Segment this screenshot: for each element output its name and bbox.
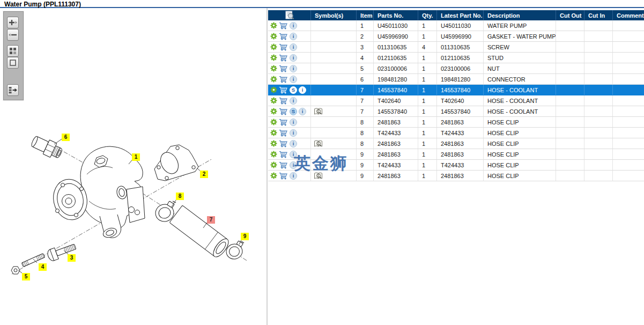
diagram-item-label[interactable]: 4 <box>39 263 47 271</box>
diagram-item-label[interactable]: 7 <box>207 216 215 224</box>
table-row[interactable]: i 8 2481863 1 2481863 HOSE CLIP <box>268 138 644 149</box>
gear-icon[interactable] <box>270 86 277 93</box>
info-icon[interactable]: i <box>290 97 297 105</box>
substitute-badge[interactable]: S <box>290 86 297 94</box>
cart-icon[interactable] <box>279 86 288 94</box>
cart-icon[interactable] <box>279 76 288 83</box>
cell-comment <box>613 63 644 73</box>
cell-latest-part-no: U45996990 <box>437 31 484 41</box>
cart-icon[interactable] <box>279 97 288 105</box>
row-action-icons: i <box>268 160 311 170</box>
cell-latest-part-no: 023100006 <box>437 63 484 73</box>
diagram-item-label[interactable]: 6 <box>62 134 70 141</box>
table-row[interactable]: i 1 U45011030 1 U45011030 WATER PUMP <box>268 20 644 31</box>
cell-cut-in <box>584 171 613 181</box>
cart-icon[interactable] <box>279 22 288 29</box>
info-icon[interactable]: i <box>290 129 297 137</box>
table-row[interactable]: i 6 198481280 1 198481280 CONNECTOR <box>268 74 644 85</box>
cell-description: NUT <box>484 63 556 73</box>
gear-icon[interactable] <box>270 140 277 147</box>
info-icon[interactable]: i <box>290 172 297 180</box>
symbol-preview-icon[interactable] <box>314 140 323 147</box>
table-row[interactable]: i 8 2481863 1 2481863 HOSE CLIP <box>268 117 644 128</box>
cart-icon[interactable] <box>279 172 288 180</box>
table-row[interactable]: S i 7 145537840 1 145537840 HOSE - COOLA… <box>268 106 644 117</box>
toggle-panel-button[interactable] <box>7 84 19 96</box>
symbol-preview-icon[interactable] <box>314 108 323 115</box>
cart-icon[interactable] <box>279 161 288 169</box>
diagram-pane: 123456789 <box>0 8 267 325</box>
diagram-item-label[interactable]: 1 <box>132 153 140 161</box>
header-preview-column[interactable] <box>268 10 311 20</box>
info-icon[interactable]: i <box>290 140 297 147</box>
diagram-item-label[interactable]: 3 <box>68 254 76 262</box>
gear-icon[interactable] <box>270 119 277 125</box>
table-row[interactable]: i 3 011310635 4 011310635 SCREW <box>268 42 644 53</box>
cell-cut-out <box>556 95 584 106</box>
table-row[interactable]: i 5 023100006 1 023100006 NUT <box>268 63 644 74</box>
table-row[interactable]: i 8 T424433 1 T424433 HOSE CLIP <box>268 128 644 138</box>
pane-divider[interactable] <box>267 8 268 325</box>
info-icon[interactable]: i <box>290 43 297 51</box>
toggle-panel-icon <box>8 86 18 94</box>
info-icon[interactable]: i <box>290 54 297 62</box>
info-icon[interactable]: i <box>290 151 297 158</box>
info-icon[interactable]: i <box>290 65 297 72</box>
cart-icon[interactable] <box>279 119 288 126</box>
table-row[interactable]: i 9 2481863 1 2481863 HOSE CLIP <box>268 149 644 160</box>
info-icon[interactable]: i <box>290 33 297 40</box>
table-row[interactable]: i 4 012110635 1 012110635 STUD <box>268 53 644 63</box>
gear-icon[interactable] <box>270 172 277 179</box>
cart-icon[interactable] <box>279 140 288 147</box>
gear-icon[interactable] <box>270 54 277 61</box>
gear-icon[interactable] <box>270 129 277 136</box>
cart-icon[interactable] <box>279 33 288 40</box>
diagram-item-label[interactable]: 9 <box>241 233 249 240</box>
gear-icon[interactable] <box>270 43 277 50</box>
info-icon[interactable]: i <box>299 108 306 115</box>
info-icon[interactable]: i <box>290 22 297 29</box>
gear-icon[interactable] <box>270 151 277 158</box>
cart-icon[interactable] <box>279 151 288 158</box>
row-action-icons: S i <box>268 85 311 95</box>
cell-cut-out <box>556 85 584 95</box>
diagram-item-label[interactable]: 8 <box>176 193 184 200</box>
info-icon[interactable]: i <box>290 76 297 83</box>
fit-all-button[interactable] <box>7 45 19 57</box>
info-icon[interactable]: i <box>290 161 297 169</box>
zoom-in-button[interactable] <box>7 17 19 28</box>
info-icon[interactable]: i <box>299 86 306 94</box>
gear-icon[interactable] <box>270 108 277 115</box>
table-row[interactable]: i 7 T402640 1 T402640 HOSE - COOLANT <box>268 95 644 106</box>
diagram-part-6-connector[interactable] <box>29 134 64 161</box>
gear-icon[interactable] <box>270 22 277 29</box>
gear-icon[interactable] <box>270 33 277 40</box>
substitute-badge[interactable]: S <box>290 108 297 115</box>
diagram-item-label[interactable]: 2 <box>200 171 208 178</box>
table-row[interactable]: i 2 U45996990 1 U45996990 GASKET - WATER… <box>268 31 644 42</box>
diagram-part-2-gasket[interactable] <box>154 145 198 181</box>
zoom-out-button[interactable] <box>7 29 19 41</box>
cart-icon[interactable] <box>279 65 288 72</box>
symbol-preview-icon[interactable] <box>314 172 323 180</box>
table-row[interactable]: i 9 T424433 1 T424433 HOSE CLIP <box>268 160 644 171</box>
cell-cut-out <box>556 42 584 52</box>
cart-icon[interactable] <box>279 43 288 51</box>
cart-icon[interactable] <box>279 54 288 62</box>
row-action-icons: i <box>268 53 311 63</box>
header-parts-no: Parts No. <box>374 10 418 20</box>
gear-icon[interactable] <box>270 161 277 168</box>
zoom-region-button[interactable] <box>7 57 19 69</box>
cell-cut-in <box>584 128 613 138</box>
gear-icon[interactable] <box>270 76 277 83</box>
table-row[interactable]: S i 7 145537840 1 145537840 HOSE - COOLA… <box>268 85 644 95</box>
table-row[interactable]: i 9 2481863 1 2481863 HOSE CLIP <box>268 171 644 181</box>
header-comment: Comment <box>613 10 644 20</box>
gear-icon[interactable] <box>270 97 277 104</box>
info-icon[interactable]: i <box>290 119 297 126</box>
gear-icon[interactable] <box>270 65 277 72</box>
diagram-part-7-hose[interactable] <box>169 205 231 260</box>
cart-icon[interactable] <box>279 108 288 115</box>
cart-icon[interactable] <box>279 129 288 137</box>
diagram-item-label[interactable]: 5 <box>22 273 30 280</box>
